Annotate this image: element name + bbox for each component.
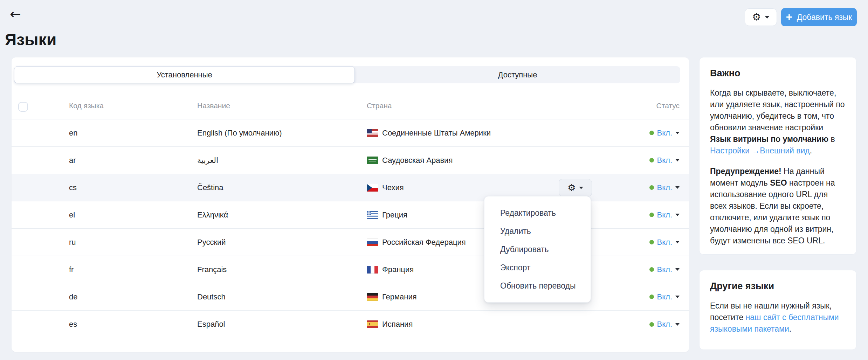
- language-name: Español: [197, 320, 225, 329]
- status-dropdown[interactable]: Вкл.: [649, 156, 680, 165]
- menu-item-export[interactable]: Экспорт: [484, 258, 591, 277]
- important-paragraph-1: Когда вы скрываете, выключаете, или удал…: [710, 87, 846, 157]
- chevron-down-icon: [675, 296, 680, 298]
- chevron-down-icon: [675, 323, 680, 326]
- seo-bold: SEO: [770, 178, 787, 187]
- status-dropdown[interactable]: Вкл.: [649, 292, 680, 302]
- important-p1-end: .: [810, 146, 812, 155]
- important-p1-bold: Язык витрины по умолчанию: [710, 134, 828, 144]
- country-name: Испания: [382, 320, 413, 329]
- language-name: Ελληνικά: [197, 210, 228, 220]
- country-flag-icon: [367, 320, 378, 328]
- country-name: Чехия: [382, 183, 404, 192]
- add-language-label: Добавить язык: [797, 13, 852, 22]
- language-code: ar: [69, 156, 76, 165]
- status-dropdown[interactable]: Вкл.: [649, 238, 680, 247]
- table-row: en English (По умолчанию) Соединенные Шт…: [12, 119, 689, 147]
- tab-available-label: Доступные: [498, 70, 537, 79]
- language-name: English (По умолчанию): [197, 129, 282, 138]
- row-actions-dropdown-button[interactable]: ⚙: [559, 179, 592, 196]
- language-code: ru: [69, 238, 76, 247]
- select-all-checkbox[interactable]: [18, 102, 28, 112]
- menu-item-update-translations[interactable]: Обновить переводы: [484, 277, 591, 295]
- gear-icon: ⚙: [752, 12, 761, 22]
- languages-panel: Установленные Доступные Код языка Назван…: [12, 57, 689, 352]
- gear-icon: ⚙: [567, 183, 576, 192]
- country-name: Саудовская Аравия: [382, 156, 453, 165]
- add-language-button[interactable]: + Добавить язык: [781, 8, 857, 26]
- chevron-down-icon: [675, 159, 680, 161]
- status-dot-icon: [649, 267, 654, 272]
- status-label: Вкл.: [657, 292, 673, 302]
- status-label: Вкл.: [657, 320, 673, 329]
- language-code: el: [69, 210, 75, 220]
- status-dot-icon: [649, 131, 654, 135]
- country-flag-icon: [367, 157, 378, 164]
- menu-item-edit[interactable]: Редактировать: [484, 204, 591, 222]
- language-code: fr: [69, 265, 74, 274]
- tab-installed[interactable]: Установленные: [14, 66, 355, 83]
- status-dot-icon: [649, 158, 654, 162]
- language-code: de: [69, 292, 77, 302]
- language-name: Русский: [197, 238, 226, 247]
- language-code: cs: [69, 183, 77, 192]
- status-label: Вкл.: [657, 238, 673, 247]
- country-flag-icon: [367, 129, 378, 137]
- country-flag-icon: [367, 266, 378, 274]
- warning-bold: Предупреждение!: [710, 167, 781, 176]
- other-languages-end: .: [789, 324, 791, 333]
- country-flag-icon: [367, 293, 378, 301]
- status-dropdown[interactable]: Вкл.: [649, 183, 680, 192]
- country-flag-icon: [367, 211, 378, 219]
- country-flag-icon: [367, 238, 378, 246]
- status-dot-icon: [649, 213, 654, 217]
- chevron-down-icon: [675, 132, 680, 134]
- column-header-status: Статус: [656, 102, 680, 110]
- status-dropdown[interactable]: Вкл.: [649, 129, 680, 138]
- country-name: Франция: [382, 265, 414, 274]
- tab-installed-label: Установленные: [157, 70, 212, 79]
- chevron-down-icon: [675, 186, 680, 189]
- language-code: es: [69, 320, 77, 329]
- other-languages-panel: Другие языки Если вы не нашли нужный язы…: [699, 270, 856, 350]
- page-title: Языки: [5, 30, 57, 49]
- language-name: العربية: [197, 156, 218, 165]
- tabs-bar: Установленные Доступные: [14, 66, 680, 83]
- important-paragraph-2: Предупреждение! На данный момент модуль …: [710, 166, 846, 247]
- row-actions-menu: Редактировать Удалить Дублировать Экспор…: [484, 196, 591, 303]
- status-dot-icon: [649, 185, 654, 190]
- back-arrow-icon: ←: [10, 6, 21, 22]
- status-label: Вкл.: [657, 156, 673, 165]
- chevron-down-icon: [675, 214, 680, 216]
- status-dropdown[interactable]: Вкл.: [649, 320, 680, 329]
- language-name: Français: [197, 265, 227, 274]
- tab-available[interactable]: Доступные: [355, 66, 680, 83]
- chevron-down-icon: [765, 16, 770, 19]
- status-dropdown[interactable]: Вкл.: [649, 265, 680, 274]
- country-name: Германия: [382, 292, 417, 302]
- menu-item-duplicate[interactable]: Дублировать: [484, 240, 591, 258]
- chevron-down-icon: [675, 268, 680, 271]
- column-header-country: Страна: [367, 102, 392, 110]
- settings-dropdown-button[interactable]: ⚙: [745, 8, 777, 26]
- warning-text-2: настроен на использование одного URL для…: [710, 178, 835, 245]
- language-name: Čeština: [197, 183, 223, 192]
- back-button[interactable]: ←: [8, 6, 23, 22]
- status-dot-icon: [649, 295, 654, 299]
- plus-icon: +: [786, 12, 792, 22]
- status-label: Вкл.: [657, 129, 673, 138]
- chevron-down-icon: [579, 187, 583, 189]
- column-header-code: Код языка: [69, 102, 104, 110]
- settings-appearance-link[interactable]: Настройки →Внешний вид: [710, 146, 810, 155]
- status-label: Вкл.: [657, 265, 673, 274]
- important-title: Важно: [710, 68, 846, 79]
- country-flag-icon: [367, 184, 378, 192]
- country-name: Соединенные Штаты Америки: [382, 129, 491, 138]
- important-panel: Важно Когда вы скрываете, выключаете, ил…: [699, 57, 856, 255]
- status-dropdown[interactable]: Вкл.: [649, 210, 680, 220]
- other-languages-title: Другие языки: [710, 281, 846, 292]
- language-name: Deutsch: [197, 292, 226, 302]
- status-dot-icon: [649, 240, 654, 244]
- language-code: en: [69, 129, 77, 138]
- menu-item-delete[interactable]: Удалить: [484, 222, 591, 240]
